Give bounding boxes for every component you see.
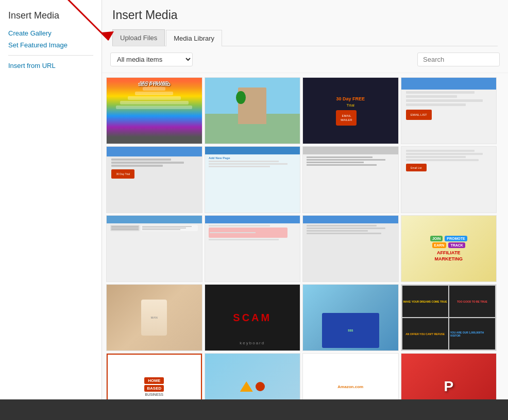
media-thumbnail [107,216,202,282]
sidebar: Insert Media Create Gallery Set Featured… [0,0,102,420]
media-item[interactable]: SCAM keyboard [205,284,301,351]
sidebar-item-insert-from-url[interactable]: Insert from URL [8,62,93,69]
media-item[interactable] [302,146,399,213]
media-thumbnail: Add New Page [205,147,300,213]
media-thumbnail [303,216,398,282]
media-thumbnail: EMAIL LIST [401,78,497,144]
media-thumbnail: MAKE YOUR DREAMS COME TRUE TOO GOOD TO B… [401,285,497,351]
media-thumbnail [205,78,300,144]
media-thumbnail: 30 Day Trial [107,147,202,213]
sidebar-divider [8,55,93,56]
media-item[interactable]: Email List [401,146,497,213]
media-thumbnail: SCAM keyboard [205,285,300,351]
media-thumbnail [205,216,300,282]
media-thumbnail: Email List [401,147,497,213]
media-thumbnail: JOIN PROMOTE EARN TRACK AFFILIATE MARKET… [401,216,497,282]
sidebar-item-create-gallery[interactable]: Create Gallery [8,29,93,37]
media-item[interactable]: Add New Page [205,146,301,213]
search-input[interactable] [417,52,500,66]
media-toolbar: All media items Images Audio Video Docum… [102,46,508,73]
bottom-bar [0,399,508,420]
media-item[interactable]: 30 Day FREE Trial EMAILMAILER [302,77,399,144]
media-thumbnail: $$$ [303,285,398,351]
tab-media-library[interactable]: Media Library [166,30,222,46]
media-grid: SEO PYRAMID [106,77,504,420]
tab-upload-files[interactable]: Upload Files [112,29,165,46]
media-item[interactable] [106,215,202,282]
media-item[interactable]: SEO PYRAMID [106,77,202,144]
sidebar-item-set-featured-image[interactable]: Set Featured Image [8,41,93,49]
media-item[interactable]: MAKE YOUR DREAMS COME TRUE TOO GOOD TO B… [401,284,497,351]
sidebar-title: Insert Media [8,10,93,21]
media-thumbnail: SEO PYRAMID [107,78,202,144]
media-grid-wrapper[interactable]: SEO PYRAMID [102,73,508,420]
main-header: Insert Media Upload Files Media Library [102,0,508,46]
media-item[interactable]: JOIN PROMOTE EARN TRACK AFFILIATE MARKET… [401,215,497,282]
main-content-area: Insert Media Upload Files Media Library … [102,0,508,420]
media-item[interactable]: MAN [106,284,202,351]
main-dialog-title: Insert Media [112,8,498,22]
media-item[interactable] [302,215,399,282]
media-thumbnail [303,147,398,213]
media-item[interactable] [205,215,301,282]
insert-media-dialog: Insert Media Create Gallery Set Featured… [0,0,508,420]
media-thumbnail: 30 Day FREE Trial EMAILMAILER [303,78,398,144]
media-item[interactable]: $$$ [302,284,399,351]
media-thumbnail: MAN [107,285,202,351]
media-item[interactable] [205,77,301,144]
media-item[interactable]: EMAIL LIST [401,77,497,144]
tabs-container: Upload Files Media Library [112,29,498,46]
media-item[interactable]: 30 Day Trial [106,146,202,213]
media-filter-select[interactable]: All media items Images Audio Video Docum… [110,52,193,66]
